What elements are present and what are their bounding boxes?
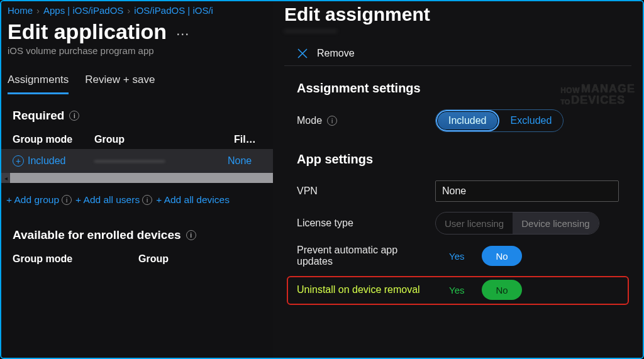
prevent-updates-label: Prevent automatic app updates [297,245,435,267]
scroll-thumb[interactable] [10,173,273,183]
table-row[interactable]: + Included ——————— None [1,149,273,173]
breadcrumb: Home › Apps | iOS/iPadOS › iOS/iPadOS | … [1,1,273,17]
prevent-no[interactable]: No [482,246,521,266]
highlight-uninstall-row: Uninstall on device removal Yes No [287,276,629,305]
add-all-devices-link[interactable]: + Add all devices [156,194,230,206]
cell-filter[interactable]: None [228,155,262,167]
scroll-left-icon[interactable]: ◂ [1,173,10,183]
page-title: Edit application [8,19,167,44]
mode-toggle: Included Excluded [435,109,564,132]
col-group: Group [94,134,234,145]
crumb-ios[interactable]: iOS/iPadOS | iOS/i [134,5,213,16]
remove-button[interactable]: Remove [317,48,355,59]
cell-mode: + Included [13,155,94,167]
cell-group: ——————— [94,155,228,167]
tab-assignments[interactable]: Assignments [8,71,69,94]
section-app-settings: App settings [273,137,643,175]
license-device: Device licensing [513,213,598,234]
add-group-link[interactable]: + Add groupi [6,194,72,206]
col-group-mode: Group mode [13,253,138,265]
uninstall-label: Uninstall on device removal [297,284,435,295]
uninstall-yes[interactable]: Yes [435,280,478,300]
uninstall-no[interactable]: No [482,280,521,300]
col-group: Group [138,253,262,265]
available-table-header: Group mode Group [1,250,273,268]
col-group-mode: Group mode [13,134,94,145]
plus-circle-icon: + [13,155,24,167]
panel-title: Edit assignment [273,1,643,25]
vpn-input[interactable] [435,180,619,202]
add-all-users-link[interactable]: + Add all usersi [75,194,152,206]
info-icon[interactable]: i [186,230,196,240]
more-menu-icon[interactable]: … [175,23,189,39]
uninstall-toggle: Yes No [435,280,522,300]
info-icon[interactable]: i [62,195,72,205]
remove-icon[interactable] [296,47,309,60]
chevron-right-icon: › [36,5,40,16]
license-user: User licensing [436,213,513,234]
add-links: + Add groupi + Add all usersi + Add all … [1,187,273,217]
page-subtitle: iOS volume purchase program app [1,44,273,71]
mode-excluded[interactable]: Excluded [499,110,564,131]
section-required: Required i [1,95,273,130]
mode-included[interactable]: Included [436,110,499,131]
info-icon[interactable]: i [142,195,152,205]
section-available: Available for enrolled devices i [1,217,273,250]
horizontal-scrollbar[interactable]: ◂ [1,173,273,183]
prevent-yes[interactable]: Yes [435,246,478,266]
toolbar: Remove [284,41,631,66]
watermark-logo: HOWMANAGE TODEVICES [560,83,635,106]
crumb-apps[interactable]: Apps | iOS/iPadOS [43,5,123,16]
vpn-label: VPN [297,185,435,197]
prevent-updates-toggle: Yes No [435,246,522,266]
chevron-right-icon: › [127,5,130,16]
required-table-header: Group mode Group Fil… [1,130,273,149]
crumb-home[interactable]: Home [8,5,33,16]
license-type-label: License type [297,218,435,229]
tabs: Assignments Review + save [1,71,273,95]
info-icon[interactable]: i [69,111,79,121]
panel-subtitle-redacted: —————— [273,25,643,41]
tab-review-save[interactable]: Review + save [85,71,155,94]
info-icon[interactable]: i [327,116,337,126]
license-toggle: User licensing Device licensing [435,212,599,235]
col-filter: Fil… [234,134,262,145]
mode-label: Mode i [297,115,435,126]
